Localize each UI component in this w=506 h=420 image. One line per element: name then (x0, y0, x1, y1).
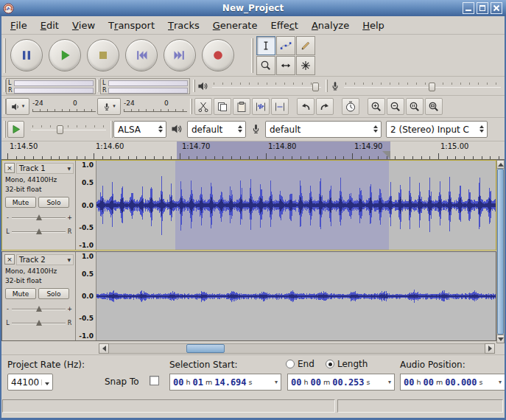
playback-speed-slider[interactable] (31, 123, 106, 135)
vertical-ruler[interactable]: 1.00.50.0-0.5-1.0 (76, 161, 96, 250)
menu-item-tracks[interactable]: Tracks (161, 16, 206, 34)
play-at-speed-button[interactable] (7, 121, 24, 138)
meter-bar-right[interactable] (14, 88, 94, 94)
menu-item-edit[interactable]: Edit (34, 16, 66, 34)
scroll-right-button[interactable] (485, 343, 495, 354)
skip-to-start-button[interactable] (125, 39, 158, 71)
meter-bar-left[interactable] (14, 80, 94, 86)
input-device-select[interactable]: default (265, 121, 382, 138)
record-button[interactable] (202, 39, 234, 71)
menu-item-analyze[interactable]: Analyze (305, 16, 356, 34)
input-volume-thumb[interactable] (429, 83, 435, 91)
toolbar-grip[interactable] (251, 38, 253, 73)
toolbar-grip[interactable] (110, 121, 113, 138)
zoom-out-button[interactable] (387, 98, 404, 115)
vertical-scroll-track[interactable] (496, 169, 505, 335)
input-channels-select[interactable]: 2 (Stereo) Input C (386, 121, 488, 138)
silence-audio-button[interactable] (271, 98, 289, 115)
titlebar[interactable]: New_Project (0, 0, 506, 16)
toolbar-grip[interactable] (4, 38, 6, 73)
scroll-left-button[interactable] (99, 343, 109, 354)
time-field-spinner-icon[interactable]: ▾ (275, 379, 278, 385)
solo-button[interactable]: Solo (38, 288, 69, 299)
envelope-tool-button[interactable] (276, 36, 295, 55)
recording-meter[interactable]: L R (100, 78, 190, 94)
skip-to-end-button[interactable] (164, 39, 196, 71)
toolbar-grip[interactable] (326, 80, 328, 92)
menu-item-help[interactable]: Help (356, 16, 391, 34)
scroll-up-button[interactable] (496, 160, 505, 169)
maximize-button[interactable] (477, 2, 488, 14)
audio-position-field[interactable]: 00h00m00.000s▾ (400, 374, 505, 391)
menu-item-file[interactable]: File (4, 16, 34, 34)
radio-length[interactable]: Length (326, 359, 368, 369)
play-button[interactable] (49, 39, 81, 71)
vertical-scrollbar[interactable] (496, 160, 505, 343)
output-volume-thumb[interactable] (312, 83, 319, 91)
pause-button[interactable] (10, 39, 43, 71)
waveform[interactable] (96, 252, 496, 340)
zoom-tool-button[interactable] (256, 56, 275, 75)
meter-bar-right[interactable] (108, 88, 188, 94)
close-button[interactable] (491, 2, 502, 14)
radio-end[interactable]: End (286, 359, 315, 369)
output-device-select[interactable]: default (187, 121, 246, 138)
selection-length-field[interactable]: 00h00m00.253s▾ (287, 374, 395, 391)
gain-slider-thumb[interactable] (36, 306, 42, 312)
vertical-ruler[interactable]: 1.00.50.0-0.5-1.0 (76, 252, 96, 340)
timeline-ruler[interactable]: 1:14.501:14.601:14.701:14.801:14.901:15.… (1, 141, 505, 160)
time-field-spinner-icon[interactable]: ▾ (499, 379, 502, 385)
radio-circle[interactable] (286, 360, 295, 368)
project-rate-select[interactable]: 44100 (7, 374, 53, 391)
waveform-area[interactable] (96, 252, 496, 340)
fit-selection-button[interactable] (406, 98, 424, 115)
mute-button[interactable]: Mute (5, 197, 36, 208)
menu-item-transport[interactable]: Transport (102, 16, 161, 34)
toolbar-grip[interactable] (97, 80, 99, 92)
snap-to-checkbox[interactable] (150, 376, 159, 385)
output-volume-track[interactable] (212, 80, 321, 92)
undo-button[interactable] (297, 98, 315, 115)
menu-item-view[interactable]: View (66, 16, 102, 34)
fit-project-button[interactable] (425, 98, 443, 115)
pan-slider[interactable]: L R (5, 319, 72, 327)
cut-button[interactable] (194, 98, 212, 115)
playback-meter[interactable]: L R (6, 78, 96, 94)
time-shift-tool-button[interactable] (276, 56, 295, 75)
trim-audio-button[interactable] (252, 98, 270, 115)
menu-item-generate[interactable]: Generate (206, 16, 264, 34)
track-close-button[interactable]: × (4, 163, 15, 173)
pan-slider-thumb[interactable] (36, 228, 42, 234)
waveform[interactable] (96, 161, 496, 250)
minimize-button[interactable] (463, 2, 474, 14)
scroll-down-button[interactable] (496, 335, 505, 343)
input-volume-track[interactable] (344, 80, 501, 92)
playback-speed-thumb[interactable] (57, 125, 63, 134)
horizontal-scroll-thumb[interactable] (186, 344, 225, 353)
draw-tool-button[interactable] (296, 36, 315, 55)
horizontal-scroll-track[interactable] (109, 343, 485, 354)
radio-circle[interactable] (326, 360, 334, 368)
zoom-in-button[interactable] (368, 98, 385, 115)
playback-meter-menu-button[interactable]: ▾ (6, 98, 29, 115)
pan-slider[interactable]: L R (5, 228, 72, 236)
solo-button[interactable]: Solo (38, 197, 69, 208)
audio-host-select[interactable]: ALSA (113, 121, 166, 138)
horizontal-scrollbar[interactable] (99, 343, 495, 354)
redo-button[interactable] (316, 98, 334, 115)
track-title-menu[interactable]: Track 2 ▼ (16, 254, 74, 265)
timer-record-button[interactable] (342, 98, 359, 115)
meter-bar-left[interactable] (108, 80, 188, 86)
mute-button[interactable]: Mute (5, 288, 36, 299)
toolbar-grip[interactable] (193, 80, 195, 92)
paste-button[interactable] (233, 98, 250, 115)
gain-slider[interactable]: - + (5, 214, 72, 222)
track-close-button[interactable]: × (4, 254, 15, 265)
gain-slider-thumb[interactable] (36, 214, 42, 220)
toolbar-grip[interactable] (4, 121, 6, 138)
selection-start-field[interactable]: 00h01m14.694s▾ (169, 374, 281, 391)
stop-button[interactable] (87, 39, 119, 71)
menu-item-effect[interactable]: Effect (264, 16, 304, 34)
time-field-spinner-icon[interactable]: ▾ (388, 379, 391, 385)
gain-slider[interactable]: - + (5, 305, 72, 313)
